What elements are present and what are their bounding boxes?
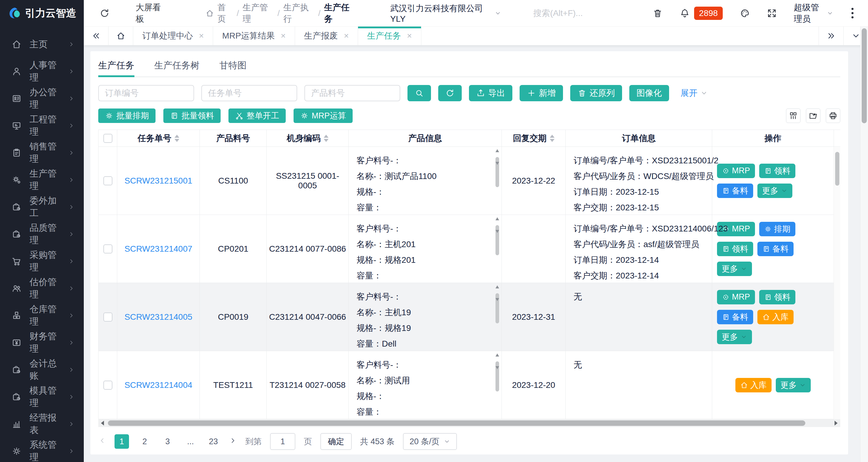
order-no-input[interactable]: [98, 85, 194, 101]
close-icon[interactable]: ×: [344, 31, 349, 41]
sidebar-item-home[interactable]: 主页: [0, 31, 84, 58]
page-button[interactable]: 1: [115, 434, 129, 449]
picking-button[interactable]: 领料: [717, 242, 753, 256]
sidebar-item-system[interactable]: 系统管理: [0, 438, 84, 462]
sidebar-item-outsourcing[interactable]: 委外加工: [0, 193, 84, 221]
ctab-production-task[interactable]: 生产任务: [98, 54, 134, 76]
row-checkbox[interactable]: [103, 176, 113, 185]
refresh-icon[interactable]: [99, 8, 110, 19]
more-button[interactable]: 更多: [717, 330, 752, 344]
confirm-button[interactable]: 确定: [320, 433, 352, 450]
prepare-button[interactable]: 备料: [757, 242, 794, 256]
sidebar-item-finance[interactable]: 财务管理: [0, 329, 84, 356]
inbound-button[interactable]: 入库: [735, 378, 772, 392]
add-button[interactable]: 新增: [520, 85, 563, 101]
sidebar-item-office[interactable]: 办公管理: [0, 85, 84, 112]
breadcrumb-home[interactable]: 首页: [218, 2, 233, 25]
goto-page-input[interactable]: [270, 433, 296, 450]
schedule-button[interactable]: 排期: [759, 222, 795, 236]
sort-icon[interactable]: [324, 135, 329, 142]
task-no-link[interactable]: SCRW231214007: [124, 244, 192, 254]
sidebar-item-accounting[interactable]: 会计总账: [0, 356, 84, 383]
cell-scrollbar[interactable]: [495, 217, 500, 233]
fullscreen-icon[interactable]: [767, 8, 777, 19]
sidebar-item-hr[interactable]: 人事管理: [0, 58, 84, 85]
row-checkbox[interactable]: [103, 244, 113, 253]
restore-columns-button[interactable]: 还原列: [570, 85, 622, 101]
sidebar-item-production[interactable]: 生产管理: [0, 166, 84, 193]
user-menu[interactable]: 超级管理员: [794, 2, 833, 25]
export-button[interactable]: 导出: [469, 85, 513, 101]
company-selector[interactable]: 武汉引力云科技有限公司YLY: [390, 3, 501, 24]
whole-order-start-button[interactable]: 整单开工: [228, 109, 286, 123]
page-scrollbar[interactable]: [860, 27, 868, 462]
palette-icon[interactable]: [740, 8, 750, 19]
search-button[interactable]: [407, 85, 431, 101]
trash-icon[interactable]: [652, 8, 663, 19]
prepare-button[interactable]: 备料: [717, 310, 753, 324]
column-settings-button[interactable]: [786, 109, 801, 123]
row-checkbox[interactable]: [103, 312, 113, 321]
refresh-button[interactable]: [438, 85, 462, 101]
task-no-input[interactable]: [201, 85, 297, 101]
close-icon[interactable]: ×: [407, 31, 412, 41]
select-all-checkbox[interactable]: [103, 134, 113, 143]
task-no-link[interactable]: SCRW231214005: [124, 312, 192, 322]
row-checkbox[interactable]: [103, 381, 113, 390]
mrp-run-button[interactable]: MRP运算: [293, 109, 352, 123]
breadcrumb-l2[interactable]: 生产执行: [283, 2, 314, 25]
sort-icon[interactable]: [175, 135, 179, 142]
prev-page-button[interactable]: [98, 437, 106, 446]
expand-tabs-button[interactable]: [818, 27, 843, 45]
sort-icon[interactable]: [550, 135, 555, 142]
mrp-button[interactable]: MRP: [717, 164, 755, 178]
sidebar-item-purchasing[interactable]: 采购管理: [0, 248, 84, 275]
export-file-button[interactable]: [806, 109, 820, 123]
print-button[interactable]: [826, 109, 840, 123]
tab-order-center[interactable]: 订单处理中心×: [133, 27, 213, 45]
prepare-button[interactable]: 备料: [717, 184, 753, 198]
page-size-select[interactable]: 20 条/页: [403, 433, 457, 450]
page-button[interactable]: 3: [160, 434, 175, 449]
sidebar-item-warehouse[interactable]: 仓库管理: [0, 302, 84, 329]
expand-toggle[interactable]: 展开: [681, 87, 708, 99]
global-search-input[interactable]: [533, 8, 652, 18]
collapse-sidebar-button[interactable]: [84, 27, 108, 45]
sidebar-item-sales[interactable]: 销售管理: [0, 139, 84, 166]
app-logo[interactable]: 引力云智造: [0, 0, 84, 27]
picking-button[interactable]: 领料: [759, 290, 795, 304]
kebab-menu-icon[interactable]: [850, 7, 855, 20]
notifications[interactable]: 2898: [680, 7, 722, 20]
mrp-button[interactable]: MRP: [717, 290, 755, 304]
next-page-button[interactable]: [229, 437, 237, 446]
sidebar-item-quality[interactable]: 品质管理: [0, 221, 84, 248]
close-icon[interactable]: ×: [199, 31, 204, 41]
more-button[interactable]: 更多: [776, 378, 811, 392]
cell-scrollbar[interactable]: [495, 149, 500, 165]
cell-scrollbar[interactable]: [495, 353, 500, 369]
page-button[interactable]: 23: [206, 434, 221, 449]
task-no-link[interactable]: SCRW231214004: [124, 380, 192, 390]
sidebar-item-valuation[interactable]: 估价管理: [0, 275, 84, 302]
table-horizontal-scrollbar[interactable]: [98, 419, 840, 427]
home-tab-button[interactable]: [108, 27, 133, 45]
tab-mrp-result[interactable]: MRP运算结果×: [213, 27, 295, 45]
ctab-task-tree[interactable]: 生产任务树: [154, 54, 199, 76]
close-icon[interactable]: ×: [281, 31, 286, 41]
task-no-link[interactable]: SCRW231215001: [124, 176, 192, 186]
visualize-button[interactable]: 图像化: [629, 85, 669, 101]
ctab-gantt[interactable]: 甘特图: [219, 54, 247, 76]
tab-scrap[interactable]: 生产报废×: [295, 27, 358, 45]
batch-schedule-button[interactable]: 批量排期: [98, 109, 156, 123]
cell-scrollbar[interactable]: [495, 285, 500, 301]
dashboard-link[interactable]: 大屏看板: [135, 2, 167, 25]
picking-button[interactable]: 领料: [759, 164, 795, 178]
inbound-button[interactable]: 入库: [757, 310, 794, 324]
batch-picking-button[interactable]: 批量领料: [163, 109, 221, 123]
sidebar-item-reports[interactable]: 经营报表: [0, 410, 84, 438]
breadcrumb-l1[interactable]: 生产管理: [243, 2, 274, 25]
more-button[interactable]: 更多: [757, 184, 792, 198]
table-vertical-scrollbar[interactable]: [834, 147, 840, 420]
part-no-input[interactable]: [304, 85, 400, 101]
sidebar-item-engineering[interactable]: 工程管理: [0, 112, 84, 139]
